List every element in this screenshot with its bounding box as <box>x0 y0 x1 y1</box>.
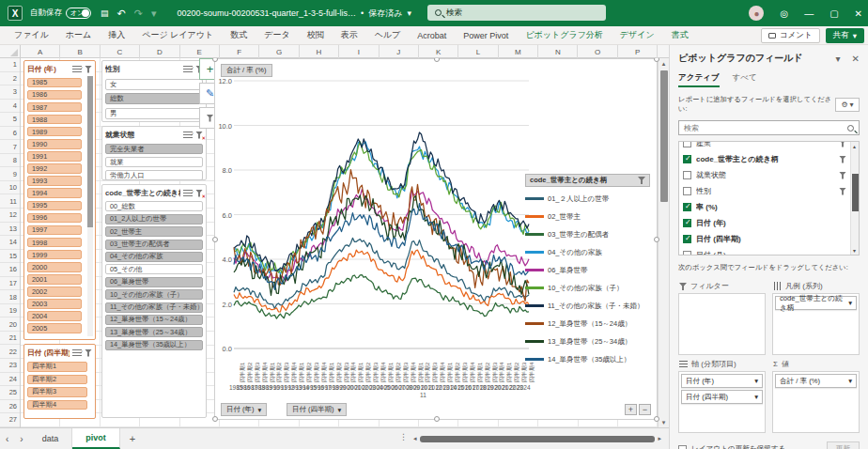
slicer-item[interactable]: 1992 <box>27 163 82 174</box>
undo-icon[interactable]: ↶ <box>117 8 126 20</box>
row-header-13[interactable]: 13 <box>0 223 20 237</box>
slicer-item[interactable]: 女 <box>105 79 203 90</box>
slicer-item[interactable]: 2003 <box>27 299 82 309</box>
ribbon-tab-数式[interactable]: 数式 <box>222 26 256 44</box>
multiselect-icon[interactable] <box>183 190 193 197</box>
fields-search-box[interactable]: 検索 <box>678 120 860 135</box>
restore-button[interactable]: ▢ <box>829 8 838 19</box>
slicer-scrollbar[interactable] <box>87 76 93 336</box>
axis-field-button-year[interactable]: 日付 (年) ▾ <box>221 403 267 416</box>
sheet-tab-data[interactable]: data <box>29 428 73 449</box>
field-row-日付 (月)[interactable]: 日付 (月) <box>679 247 850 255</box>
axis-field-button-quarter[interactable]: 日付 (四半期) ▾ <box>287 403 347 416</box>
slicer-item[interactable]: 01_2人以上の世帯 <box>105 214 203 224</box>
slicer-item[interactable]: 02_世帯主 <box>105 226 203 237</box>
row-header-5[interactable]: 5 <box>0 113 20 127</box>
area-field-item[interactable]: code_世帯主との続き柄▾ <box>775 296 857 310</box>
legend-item[interactable]: 01_２人以上の世帯 <box>525 190 650 208</box>
pane-options-icon[interactable]: ▾ <box>836 54 841 64</box>
slicer-item[interactable]: 1994 <box>27 188 82 198</box>
slicer-item[interactable]: 04_その他の家族 <box>105 252 203 262</box>
slicer-item[interactable]: 2002 <box>27 286 82 297</box>
qat-customize-icon[interactable]: ▾ <box>151 8 157 20</box>
slicer-item[interactable]: 2005 <box>27 323 82 333</box>
row-header-19[interactable]: 19 <box>0 304 20 318</box>
column-header-H[interactable]: H <box>300 45 339 58</box>
slicer-code-relationship[interactable]: code_世帯主との続き柄00_総数01_2人以上の世帯02_世帯主03_世帯主… <box>101 184 207 418</box>
legend-item[interactable]: 12_単身世帯（15～24歳） <box>525 315 650 333</box>
field-checkbox[interactable] <box>683 171 691 179</box>
autosave-toggle[interactable]: オン <box>66 8 91 19</box>
slicer-item[interactable]: 総数 <box>105 93 203 104</box>
legend-item[interactable]: 11_その他の家族（子・未婚） <box>525 297 650 315</box>
slicer-item[interactable]: 1998 <box>27 238 82 248</box>
ribbon-tab-挿入[interactable]: 挿入 <box>100 26 133 44</box>
slicer-item[interactable]: 1988 <box>27 115 82 125</box>
field-checkbox[interactable] <box>683 235 691 243</box>
minimize-button[interactable]: — <box>804 8 814 19</box>
slicer-item[interactable]: 2004 <box>27 311 82 321</box>
column-header-G[interactable]: G <box>259 45 299 58</box>
tools-gear-button[interactable]: ⚙ ▾ <box>835 98 860 112</box>
column-header-F[interactable]: F <box>220 45 259 58</box>
close-button[interactable]: ✕ <box>855 8 862 19</box>
series-line-01_２人以上の世帯[interactable] <box>234 238 529 308</box>
row-header-9[interactable]: 9 <box>0 167 20 181</box>
slicer-item[interactable]: 06_単身世帯 <box>105 277 203 287</box>
column-header-M[interactable]: M <box>499 45 538 58</box>
legend-item[interactable]: 04_その他の家族 <box>525 243 650 261</box>
ribbon-tab-ページ レイアウト[interactable]: ページ レイアウト <box>133 26 222 44</box>
expand-button[interactable]: + <box>625 404 637 415</box>
multiselect-icon[interactable] <box>72 66 82 73</box>
update-button[interactable]: 更新 <box>827 441 860 449</box>
legend-item[interactable]: 06_単身世帯 <box>525 261 650 279</box>
legend-item[interactable]: 10_その他の家族（子） <box>525 279 650 297</box>
column-header-C[interactable]: C <box>101 45 140 58</box>
legend-item[interactable]: 02_世帯主 <box>525 208 650 225</box>
sheet-nav-prev-icon[interactable]: ‹ <box>0 434 14 444</box>
row-header-25[interactable]: 25 <box>0 386 20 400</box>
slicer-item[interactable]: 1989 <box>27 127 82 137</box>
multiselect-icon[interactable] <box>72 349 82 357</box>
chart-selection-handle[interactable] <box>654 237 659 242</box>
chart-selection-handle[interactable] <box>212 237 218 242</box>
scroll-left-icon[interactable]: ◂ <box>413 435 417 442</box>
row-header-8[interactable]: 8 <box>0 154 20 168</box>
area-field-item[interactable]: 日付 (年)▾ <box>681 374 763 388</box>
slicer-item[interactable]: 1993 <box>27 176 82 186</box>
area-field-item[interactable]: 合計 / 率 (%)▾ <box>775 374 857 388</box>
slicer-gender[interactable]: 性別女総数男 <box>101 60 207 122</box>
redo-icon[interactable]: ↷ <box>134 8 143 20</box>
row-header-17[interactable]: 17 <box>0 277 20 291</box>
column-header-A[interactable]: A <box>21 45 60 58</box>
filters-area-box[interactable] <box>678 293 766 355</box>
row-header-14[interactable]: 14 <box>0 236 20 250</box>
slicer-item[interactable]: 1995 <box>27 201 82 211</box>
slicer-item[interactable]: 労働力人口 <box>105 170 203 180</box>
slicer-item[interactable]: 就業 <box>105 157 203 167</box>
column-header-D[interactable]: D <box>140 45 179 58</box>
pane-close-icon[interactable]: ✕ <box>852 54 860 64</box>
slicer-scroll-thumb[interactable] <box>87 76 93 227</box>
slicer-item[interactable]: 11_その他の家族（子・未婚） <box>105 302 203 313</box>
field-filter-icon[interactable] <box>839 188 846 195</box>
clear-filter-icon[interactable] <box>195 132 203 139</box>
clear-filter-icon[interactable] <box>85 349 92 357</box>
sheet-tab-pivot[interactable]: pivot <box>72 428 120 449</box>
legend-item[interactable]: 13_単身世帯（25～34歳） <box>525 333 650 350</box>
row-header-15[interactable]: 15 <box>0 250 20 264</box>
multiselect-icon[interactable] <box>183 132 193 139</box>
field-checkbox[interactable] <box>683 203 691 211</box>
ribbon-tab-ピボットグラフ分析[interactable]: ピボットグラフ分析 <box>517 26 611 44</box>
slicer-item[interactable]: 12_単身世帯（15～24歳） <box>105 315 203 325</box>
field-row-就業状態[interactable]: 就業状態 <box>679 167 850 183</box>
ribbon-tab-ファイル[interactable]: ファイル <box>6 26 57 44</box>
ribbon-tab-デザイン[interactable]: デザイン <box>612 26 663 44</box>
column-header-P[interactable]: P <box>618 45 658 58</box>
slicer-item[interactable]: 1991 <box>27 151 82 162</box>
chart-selection-handle[interactable] <box>434 416 440 422</box>
legend-item[interactable]: 14_単身世帯（35歳以上） <box>525 350 650 368</box>
legend-area-box[interactable]: code_世帯主との続き柄▾ <box>772 293 860 355</box>
area-field-item[interactable]: 日付 (四半期)▾ <box>681 390 763 404</box>
row-header-24[interactable]: 24 <box>0 373 20 387</box>
